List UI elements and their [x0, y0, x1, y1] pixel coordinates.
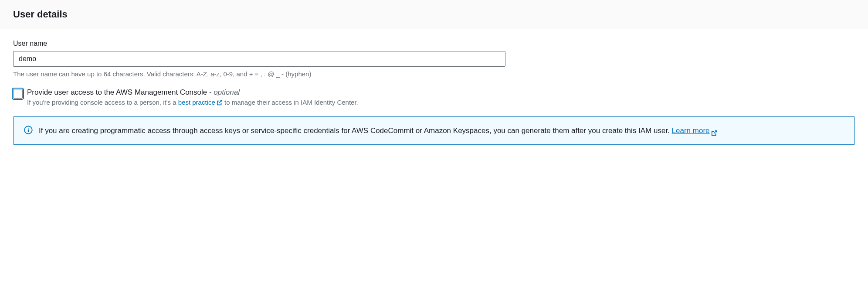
content-area: User name The user name can have up to 6… — [0, 29, 868, 155]
info-text: If you are creating programmatic access … — [39, 125, 844, 137]
external-link-icon — [711, 128, 717, 134]
console-access-helper-suffix: to manage their access in IAM Identity C… — [223, 99, 358, 106]
console-access-checkbox[interactable] — [13, 89, 23, 99]
page-title: User details — [13, 9, 855, 20]
console-access-helper: If you're providing console access to a … — [27, 99, 855, 106]
console-access-content: Provide user access to the AWS Managemen… — [27, 88, 855, 106]
username-helper-text: The user name can have up to 64 characte… — [13, 70, 855, 78]
info-icon — [24, 126, 33, 134]
learn-more-link[interactable]: Learn more — [672, 126, 717, 135]
console-access-helper-prefix: If you're providing console access to a … — [27, 99, 178, 106]
console-access-checkbox-wrap — [13, 89, 23, 99]
optional-tag: optional — [214, 88, 240, 96]
best-practice-link[interactable]: best practice — [178, 99, 223, 106]
username-label: User name — [13, 40, 855, 48]
svg-point-2 — [28, 128, 29, 129]
username-field-group: User name The user name can have up to 6… — [13, 40, 855, 78]
external-link-icon — [217, 99, 223, 106]
info-text-body: If you are creating programmatic access … — [39, 126, 672, 135]
header-section: User details — [0, 0, 868, 29]
username-input[interactable] — [13, 51, 505, 67]
console-access-row: Provide user access to the AWS Managemen… — [13, 88, 855, 106]
info-box: If you are creating programmatic access … — [13, 116, 855, 145]
console-access-label[interactable]: Provide user access to the AWS Managemen… — [27, 88, 240, 96]
console-access-label-text: Provide user access to the AWS Managemen… — [27, 88, 214, 96]
